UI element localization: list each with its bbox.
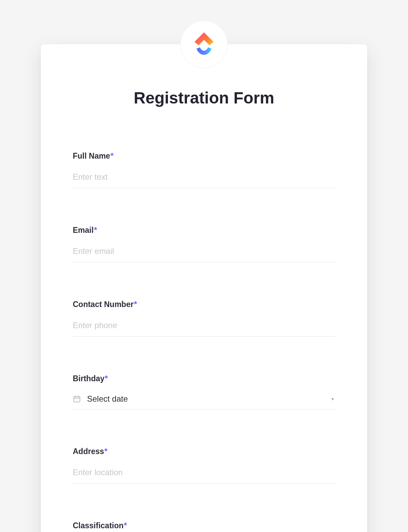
required-marker: *	[111, 151, 114, 160]
logo-badge	[180, 20, 228, 68]
label-address-text: Address	[73, 447, 104, 456]
label-birthday-text: Birthday	[73, 374, 104, 383]
address-input[interactable]	[73, 466, 335, 484]
required-marker: *	[94, 226, 97, 235]
required-marker: *	[105, 374, 108, 383]
label-contact-number: Contact Number*	[73, 300, 335, 309]
field-birthday: Birthday* Select date ▾	[73, 374, 335, 409]
svg-rect-0	[74, 397, 80, 402]
contact-number-input[interactable]	[73, 319, 335, 337]
field-classification: Classification* – ▾	[73, 521, 335, 532]
form-card: Registration Form Full Name* Email* Cont…	[41, 44, 367, 532]
full-name-input[interactable]	[73, 170, 335, 188]
form-title: Registration Form	[71, 88, 337, 107]
label-full-name: Full Name*	[73, 151, 335, 161]
label-email-text: Email	[73, 226, 94, 235]
label-address: Address*	[73, 447, 335, 456]
clickup-logo-icon	[192, 31, 216, 58]
calendar-icon	[73, 395, 81, 403]
label-birthday: Birthday*	[73, 374, 335, 383]
page-surface: Registration Form Full Name* Email* Cont…	[0, 0, 408, 532]
chevron-down-icon: ▾	[332, 396, 334, 402]
field-full-name: Full Name*	[73, 151, 335, 188]
label-email: Email*	[73, 226, 335, 235]
required-marker: *	[124, 521, 127, 530]
birthday-date-picker[interactable]: Select date ▾	[73, 393, 335, 409]
label-classification: Classification*	[73, 521, 335, 530]
label-full-name-text: Full Name	[73, 151, 110, 160]
required-marker: *	[134, 300, 137, 309]
field-address: Address*	[73, 447, 335, 484]
required-marker: *	[104, 447, 107, 456]
label-contact-number-text: Contact Number	[73, 300, 134, 309]
field-contact-number: Contact Number*	[73, 300, 335, 337]
email-input[interactable]	[73, 244, 335, 262]
birthday-placeholder: Select date	[87, 394, 128, 404]
label-classification-text: Classification	[73, 521, 124, 530]
fields-container: Full Name* Email* Contact Number*	[71, 151, 337, 532]
field-email: Email*	[73, 226, 335, 262]
